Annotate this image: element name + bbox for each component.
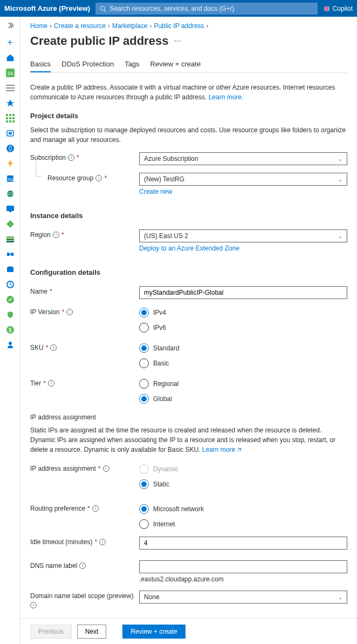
copilot-button[interactable]: Copilot <box>323 5 353 12</box>
ipv4-radio[interactable]: IPv4 <box>139 308 347 317</box>
sql-databases-icon[interactable]: SQL <box>4 172 17 185</box>
review-create-button[interactable]: Review + create <box>122 625 185 639</box>
sku-standard-radio[interactable]: Standard <box>139 343 347 353</box>
subscription-select[interactable]: Azure Subscription ⌄ <box>139 152 347 165</box>
idle-timeout-label: Idle timeout (minutes) <box>30 538 92 546</box>
routing-ms-label: Microsoft network <box>153 505 204 513</box>
more-icon[interactable]: ··· <box>174 36 181 46</box>
breadcrumb: Home› Create a resource› Marketplace› Pu… <box>30 22 347 30</box>
intro-learn-more-link[interactable]: Learn more. <box>209 93 244 101</box>
domain-scope-select[interactable]: None ⌄ <box>139 591 347 604</box>
svg-rect-17 <box>9 132 12 134</box>
dns-input[interactable] <box>139 560 347 573</box>
crumb-marketplace[interactable]: Marketplace <box>112 22 147 30</box>
dns-label: DNS name label <box>30 562 77 570</box>
create-new-rg-link[interactable]: Create new <box>139 188 172 195</box>
storage-accounts-icon[interactable] <box>4 233 17 246</box>
info-icon[interactable]: i <box>92 505 99 512</box>
tier-regional-label: Regional <box>153 380 178 388</box>
info-icon[interactable]: i <box>50 344 57 351</box>
svg-rect-12 <box>12 117 15 119</box>
search-box[interactable]: Search resources, services, and docs (G+… <box>95 3 317 15</box>
advisor-icon[interactable] <box>4 293 17 306</box>
sku-basic-radio[interactable]: Basic <box>139 358 347 368</box>
next-button[interactable]: Next <box>77 625 107 639</box>
create-resource-icon[interactable]: + <box>4 36 17 49</box>
domain-scope-label: Domain name label scope (preview) <box>30 592 133 600</box>
region-select[interactable]: (US) East US 2 ⌄ <box>139 229 347 242</box>
virtual-networks-icon[interactable] <box>4 248 17 261</box>
load-balancers-icon[interactable] <box>4 218 17 231</box>
required-mark: * <box>87 505 90 512</box>
ip-assign-learn-link[interactable]: Learn more <box>202 446 235 453</box>
virtual-machines-icon[interactable] <box>4 202 17 215</box>
required-mark: * <box>94 538 97 546</box>
crumb-create[interactable]: Create a resource <box>54 22 106 30</box>
info-icon[interactable]: i <box>68 154 74 161</box>
svg-rect-13 <box>6 120 8 123</box>
main-content: Home› Create a resource› Marketplace› Pu… <box>20 17 357 644</box>
monitor-icon[interactable] <box>4 278 17 291</box>
tab-basics[interactable]: Basics <box>30 57 51 72</box>
svg-line-1 <box>104 10 106 11</box>
assign-dynamic-radio: Dynamic <box>139 464 347 474</box>
crumb-public-ip[interactable]: Public IP address <box>154 22 204 30</box>
crumb-home[interactable]: Home <box>30 22 47 30</box>
home-icon[interactable] <box>4 51 17 64</box>
resource-group-value: (New) TestRG <box>144 175 184 183</box>
info-icon[interactable]: i <box>30 602 37 608</box>
info-icon[interactable]: i <box>66 309 73 315</box>
tab-ddos[interactable]: DDoS Protection <box>61 57 114 72</box>
ip-version-label: IP Version <box>30 308 59 316</box>
info-icon[interactable]: i <box>99 539 106 545</box>
svg-rect-23 <box>6 206 14 211</box>
cosmos-db-icon[interactable] <box>4 187 17 200</box>
info-icon[interactable]: i <box>79 562 86 569</box>
ip-assignment-desc: Static IPs are assigned at the time the … <box>30 425 347 456</box>
assign-static-radio[interactable]: Static <box>139 479 347 489</box>
resource-group-label: Resource group <box>47 174 93 182</box>
svg-text:SQL: SQL <box>8 178 15 182</box>
svg-point-21 <box>7 191 13 197</box>
resource-groups-icon[interactable] <box>4 127 17 140</box>
favorites-icon[interactable] <box>4 97 17 110</box>
app-services-icon[interactable] <box>4 142 17 155</box>
extended-zone-link[interactable]: Deploy to an Azure Extended Zone <box>139 245 239 252</box>
chevron-down-icon: ⌄ <box>338 233 342 239</box>
brand-label[interactable]: Microsoft Azure (Preview) <box>4 4 90 12</box>
ipv6-radio[interactable]: IPv6 <box>139 323 347 333</box>
idle-timeout-input[interactable] <box>139 537 347 550</box>
required-mark: * <box>43 379 46 387</box>
required-mark: * <box>98 465 101 472</box>
defender-icon[interactable] <box>4 308 17 321</box>
svg-rect-26 <box>6 239 14 240</box>
info-icon[interactable]: i <box>53 232 59 238</box>
svg-rect-14 <box>9 120 11 123</box>
all-resources-icon[interactable] <box>4 112 17 125</box>
all-services-icon[interactable] <box>4 82 17 94</box>
expand-rail-button[interactable] <box>4 19 17 32</box>
dashboard-icon[interactable]: 24 <box>4 66 17 79</box>
routing-internet-radio[interactable]: Internet <box>139 519 347 529</box>
name-input-field[interactable] <box>144 289 342 296</box>
function-apps-icon[interactable] <box>4 157 17 170</box>
info-icon[interactable]: i <box>48 380 54 387</box>
tab-tags[interactable]: Tags <box>125 57 139 72</box>
info-icon[interactable]: i <box>103 465 109 472</box>
azure-ad-icon[interactable] <box>4 263 17 276</box>
info-icon[interactable]: i <box>95 175 102 181</box>
cost-management-icon[interactable]: $ <box>4 323 17 336</box>
help-support-icon[interactable] <box>4 338 17 351</box>
routing-ms-radio[interactable]: Microsoft network <box>139 504 347 514</box>
idle-timeout-field[interactable] <box>144 539 342 547</box>
svg-rect-24 <box>9 211 11 212</box>
name-input[interactable] <box>139 286 347 299</box>
tier-global-radio[interactable]: Global <box>139 394 347 404</box>
sku-label: SKU <box>30 344 44 351</box>
svg-rect-10 <box>6 117 8 119</box>
external-link-icon <box>236 446 242 456</box>
tab-review[interactable]: Review + create <box>150 57 201 72</box>
tier-regional-radio[interactable]: Regional <box>139 379 347 389</box>
resource-group-select[interactable]: (New) TestRG ⌄ <box>139 173 347 186</box>
dns-field[interactable] <box>144 563 342 571</box>
